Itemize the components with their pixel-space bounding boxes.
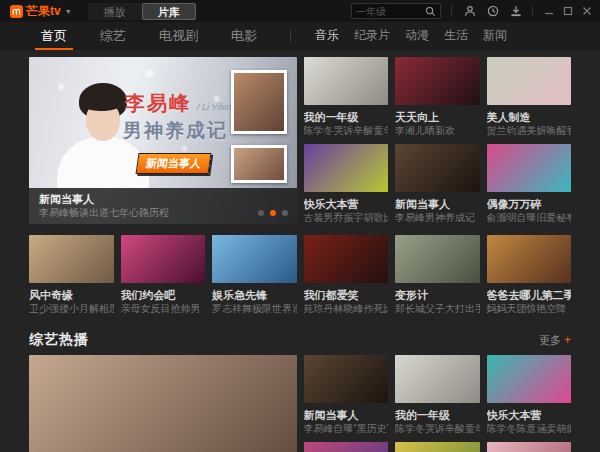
video-title: 爸爸去哪儿第二季: [487, 288, 572, 302]
download-icon[interactable]: [510, 5, 522, 17]
video-subtitle: 郑长城父子大打出手: [395, 303, 480, 315]
video-card[interactable]: [487, 442, 572, 452]
video-card[interactable]: 快乐大本营 古装男乔振宇胡歌比拼: [304, 144, 389, 224]
carousel-dot[interactable]: [258, 210, 264, 216]
carousel-dot[interactable]: [270, 210, 276, 216]
video-card[interactable]: 变形计 郑长城父子大打出手: [395, 235, 480, 315]
carousel-dot[interactable]: [282, 210, 288, 216]
video-card[interactable]: 我的一年级 陈学冬哭诉辛酸童年: [395, 355, 480, 435]
banner-subheadline: 男神养成记: [123, 118, 228, 144]
video-title: 娱乐急先锋: [212, 288, 297, 302]
video-card[interactable]: [395, 442, 480, 452]
nav-item-secondary[interactable]: 音乐: [315, 22, 339, 50]
video-thumbnail: [212, 235, 297, 283]
video-subtitle: 罗志祥舞极限世界巡演: [212, 303, 297, 315]
tab-label: 片库: [158, 6, 180, 18]
video-subtitle: 妈妈天团惊艳空降: [487, 303, 572, 315]
video-thumbnail: [487, 144, 572, 192]
video-thumbnail: [395, 144, 480, 192]
mgtv-logo-icon: [10, 5, 23, 18]
titlebar-tab[interactable]: 播放: [88, 3, 142, 20]
history-icon[interactable]: [487, 5, 499, 17]
video-thumbnail: [29, 235, 114, 283]
user-icon[interactable]: [464, 5, 476, 17]
video-card[interactable]: 风中奇缘 卫少强搂小月解相思: [29, 235, 114, 315]
nav-item-secondary[interactable]: 纪录片: [354, 22, 390, 50]
nav-item-label: 纪录片: [354, 28, 390, 42]
video-title: 我们约会吧: [121, 288, 206, 302]
search-box[interactable]: [351, 3, 441, 19]
search-icon[interactable]: [425, 6, 436, 17]
nav-item[interactable]: 电视剧: [159, 22, 198, 50]
more-link[interactable]: 更多 +: [539, 333, 571, 348]
banner-photo-2: [231, 145, 287, 183]
main-nav: 首页综艺电视剧电影 音乐纪录片动漫生活新闻: [0, 22, 600, 50]
video-title: 美人制造: [487, 110, 572, 124]
search-input[interactable]: [356, 6, 425, 17]
video-thumbnail: [304, 57, 389, 105]
video-thumbnail: [395, 57, 480, 105]
video-thumbnail: [304, 442, 389, 452]
nav-item-secondary[interactable]: 新闻: [483, 22, 507, 50]
nav-item-secondary[interactable]: 动漫: [405, 22, 429, 50]
carousel-dots: [258, 210, 288, 216]
video-card[interactable]: 我们都爱笑 苑琼丹林晓峰作死比拼: [304, 235, 389, 315]
logo-caret-icon: ▼: [65, 8, 72, 15]
logo-text: 芒果tv: [26, 3, 61, 20]
banner-photo-1: [231, 70, 287, 134]
video-title: 我的一年级: [304, 110, 389, 124]
video-thumbnail: [304, 144, 389, 192]
nav-item-label: 音乐: [315, 28, 339, 42]
video-card[interactable]: [304, 442, 389, 452]
video-subtitle: 陈学冬陈意涵卖萌疯玩: [487, 423, 572, 435]
app-logo[interactable]: 芒果tv ▼: [10, 3, 72, 20]
maximize-icon[interactable]: [563, 6, 573, 16]
video-card[interactable]: 偶像万万碎 俞灏明自曝旧爱秘事: [487, 144, 572, 224]
nav-item-secondary[interactable]: 生活: [444, 22, 468, 50]
nav-item[interactable]: 电影: [231, 22, 257, 50]
video-card[interactable]: 美人制造 贺兰钧遇美妍唤醒香吻: [487, 57, 572, 137]
video-card[interactable]: 娱乐急先锋 罗志祥舞极限世界巡演: [212, 235, 297, 315]
banner-headline: 李易峰: [125, 90, 191, 117]
minimize-icon[interactable]: [544, 6, 554, 16]
nav-item-label: 动漫: [405, 28, 429, 42]
video-card[interactable]: 我们约会吧 亲母女反目抢帅男: [121, 235, 206, 315]
video-card[interactable]: 快乐大本营 陈学冬陈意涵卖萌疯玩: [487, 355, 572, 435]
nav-item[interactable]: 首页: [41, 22, 67, 50]
video-thumbnail: [487, 442, 572, 452]
video-subtitle: 苑琼丹林晓峰作死比拼: [304, 303, 389, 315]
video-title: 我的一年级: [395, 408, 480, 422]
video-card[interactable]: 爸爸去哪儿第二季 妈妈天团惊艳空降: [487, 235, 572, 315]
video-card[interactable]: 新闻当事人 李易峰自曝“黑历史”: [304, 355, 389, 435]
video-thumbnail: [304, 235, 389, 283]
nav-item-label: 电视剧: [159, 28, 198, 43]
video-card[interactable]: 新闻当事人 李易峰男神养成记: [395, 144, 480, 224]
nav-item[interactable]: 综艺: [100, 22, 126, 50]
banner-title: 新闻当事人: [39, 192, 287, 206]
video-subtitle: 贺兰钧遇美妍唤醒香吻: [487, 125, 572, 137]
video-card[interactable]: 我的一年级 陈学冬哭诉辛酸童年: [304, 57, 389, 137]
video-subtitle: 李易峰自曝“黑历史”: [304, 423, 389, 435]
video-title: 快乐大本营: [304, 197, 389, 211]
video-thumbnail: [395, 442, 480, 452]
video-title: 变形计: [395, 288, 480, 302]
video-title: 新闻当事人: [304, 408, 389, 422]
video-subtitle: 卫少强搂小月解相思: [29, 303, 114, 315]
hot-featured-thumbnail[interactable]: [29, 355, 297, 452]
banner-show-badge: 新闻当事人: [136, 153, 212, 174]
main-tabs: 播放 片库: [88, 3, 196, 20]
video-subtitle: 古装男乔振宇胡歌比拼: [304, 212, 389, 224]
video-subtitle: 亲母女反目抢帅男: [121, 303, 206, 315]
hero-banner-carousel[interactable]: 李易峰 / Li Yifeng 男神养成记 新闻当事人 新闻当事人 李易峰畅谈出…: [29, 57, 297, 224]
video-card[interactable]: 天天向上 李湘儿晒新欢: [395, 57, 480, 137]
video-thumbnail: [121, 235, 206, 283]
close-icon[interactable]: [582, 6, 592, 16]
video-title: 快乐大本营: [487, 408, 572, 422]
tab-label: 播放: [104, 6, 126, 18]
hero-section: 李易峰 / Li Yifeng 男神养成记 新闻当事人 新闻当事人 李易峰畅谈出…: [29, 57, 571, 224]
video-thumbnail: [487, 355, 572, 403]
titlebar-tab[interactable]: 片库: [142, 3, 196, 20]
window-controls: [532, 6, 592, 16]
plus-icon: +: [564, 333, 571, 347]
video-thumbnail: [395, 235, 480, 283]
